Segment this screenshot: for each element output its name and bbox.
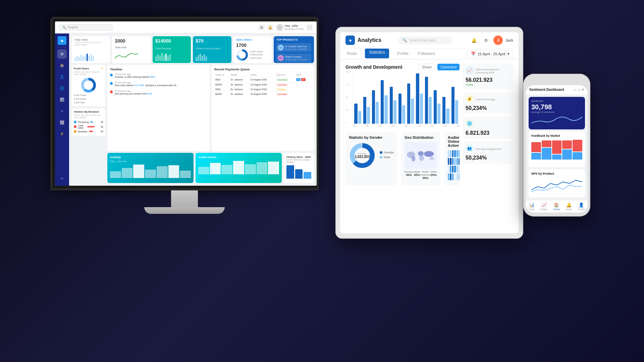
fb-bar-red-3 <box>552 140 562 154</box>
photoshop-bar-bg <box>90 121 95 123</box>
monitor-stand-base <box>144 207 225 214</box>
stat-icon-3: 🌐 <box>466 119 474 127</box>
fb-bar-blue-3 <box>552 155 562 160</box>
geo-title: Geo Distribution <box>405 135 437 139</box>
x-label-1: 1k <box>353 124 356 127</box>
scene: 🔍 Search ⊞ 🔔 J Hey, Jafar Business Profi… <box>0 0 644 362</box>
fb-bar-blue-4 <box>562 149 572 160</box>
tl-link-2[interactable]: #XF-2356. <box>134 84 145 86</box>
tab-followers[interactable]: Followers <box>417 49 436 60</box>
sidebar-item-list[interactable]: ≡ <box>57 106 67 116</box>
phone-nav-profile[interactable]: 👤 Profile <box>578 202 585 210</box>
browser-item-photoshop: Photoshop 55 <box>74 121 103 123</box>
nps-card: NPS by Product <box>529 169 585 197</box>
tl-time-2: 25 minutes ago <box>115 81 178 84</box>
bar-light-9 <box>429 97 432 124</box>
v-bar-6 <box>206 56 207 61</box>
product-item-2[interactable]: KG Report Created 29 July 2020 - 03:26 P… <box>276 54 311 62</box>
svg-point-15 <box>430 157 434 160</box>
svg-point-13 <box>419 155 424 161</box>
e-bar-4 <box>161 53 163 61</box>
phone-notch <box>547 78 567 82</box>
svg-point-14 <box>412 156 416 162</box>
heat-cell <box>450 150 451 157</box>
sidebar-item-home[interactable]: 🏠 <box>57 61 67 70</box>
phone-minimize-icon[interactable]: — <box>574 88 577 92</box>
sentiment-chart-svg <box>531 113 582 127</box>
tablet-main-area: Growth and Development Share Comment <box>345 64 460 229</box>
hist-bar-2 <box>295 169 303 179</box>
product-item-1[interactable]: DS Dr Sultado Sand You 29 July 2020 - 03… <box>276 43 311 52</box>
growth-section: Growth and Development Share Comment <box>345 64 460 129</box>
profit-share-card: Profit Share ★ Check out each colum for … <box>72 65 105 106</box>
monitor-search[interactable]: 🔍 Search <box>59 24 113 31</box>
tl-link-3[interactable]: $200 <box>147 93 152 95</box>
tablet-search-placeholder: Search top data <box>409 38 435 42</box>
sidebar-item-logout[interactable]: ↩ <box>57 174 67 183</box>
tl-link-1[interactable]: $500. <box>150 76 156 78</box>
tablet-screen: ◈ Analytics 🔍 Search top data 🔔 ⚙ J Jack <box>340 32 519 233</box>
sidebar-item-profile[interactable]: 👤 <box>57 72 67 81</box>
cell-doctor-4: Dr. Jackson <box>230 92 250 97</box>
comment-btn[interactable]: Comment <box>437 64 460 70</box>
illustrator-bar-bg <box>89 131 95 132</box>
tab-statistics[interactable]: Statistics <box>365 49 389 58</box>
illustrator-dot <box>74 130 76 133</box>
status-badge-pending: Pending <box>276 88 286 91</box>
sidebar-item-analytics[interactable]: 📈 <box>57 118 67 127</box>
expand-icon[interactable]: ⊞ <box>259 24 265 31</box>
stat-value-3: 6.821.923 <box>466 130 511 136</box>
tab-posts[interactable]: Posts <box>345 49 358 60</box>
phone-nav-stats[interactable]: 📊 Stats <box>529 202 534 210</box>
y-label-50: 50 <box>345 96 350 99</box>
daily-sales-menu-icon[interactable]: ⋮ <box>104 38 107 42</box>
phone-close-icon[interactable]: ✕ <box>582 88 584 92</box>
phone-nav-profile-label: Profile <box>578 208 585 210</box>
sidebar-item-chart[interactable]: 📊 <box>57 95 67 104</box>
audience-card: Audience Online Active <box>444 132 460 186</box>
bar-light-12 <box>455 100 458 124</box>
bell-icon[interactable]: 🔔 <box>267 24 273 31</box>
growth-title: Growth and Development <box>345 64 402 70</box>
japan-label: Japan <box>413 170 421 173</box>
phone-device: Sentiment Dashboard — □ ✕ Sentiment 30,7… <box>523 74 590 217</box>
phone-nav-charts[interactable]: 📈 Charts <box>540 202 547 210</box>
sidebar-item-bolt[interactable]: ⚡ <box>57 129 67 138</box>
bar-3 <box>78 57 80 61</box>
tablet-bell-icon[interactable]: 🔔 <box>469 36 479 45</box>
stat-card-2: 💰 Last Percentage 50,234% <box>463 92 513 114</box>
nps-title: NPS by Product <box>531 172 582 175</box>
timeline-item-1: 19 minutes ago Youtube, a video-sharing … <box>110 73 207 79</box>
phone-maximize-icon[interactable]: □ <box>578 88 580 92</box>
donut-center-label: Female 1,021,923 <box>355 153 370 159</box>
share-btn[interactable]: Share <box>419 64 435 70</box>
phone-nav-alerts[interactable]: 🔔 Alerts <box>566 202 572 210</box>
payments-title: Recent Payments Queue <box>214 68 311 71</box>
timeline-card: Timeline 19 minutes ago Youtube, a video… <box>107 65 210 151</box>
phone-nav-charts-label: Charts <box>540 208 547 210</box>
au-bar-7 <box>268 162 279 174</box>
heat-cell <box>448 150 449 157</box>
sales-donut-chart <box>236 49 248 61</box>
e-bar-5 <box>163 55 165 61</box>
grid-icon[interactable]: ⋮⋮ <box>307 24 313 31</box>
edit-btn-1[interactable]: ✎ <box>296 78 301 81</box>
heat-cell <box>457 150 458 157</box>
tab-profile[interactable]: Profile <box>396 49 410 60</box>
sidebar-item-settings[interactable]: ⚙ <box>57 49 67 59</box>
illustrator-label: Illustrator <box>78 130 88 133</box>
bar-light-8 <box>420 94 423 124</box>
views-value: $70 <box>196 38 228 44</box>
y-axis-labels: 100 75 50 25 0 <box>345 70 351 124</box>
date-filter[interactable]: 📅 15 April - 25 April ▾ <box>467 50 513 58</box>
stats-row: Daily Sales Check out each colum for mor… <box>72 36 314 63</box>
sidebar-item-globe[interactable]: 🌐 <box>57 83 67 93</box>
delete-btn-1[interactable]: ✕ <box>301 78 306 81</box>
browser-item-illustrator: Illustrator 65 <box>74 130 103 133</box>
tablet-settings-icon[interactable]: ⚙ <box>481 36 491 45</box>
tablet-search[interactable]: 🔍 Search top data <box>398 37 452 44</box>
cell-doctor-2: Dr. Jackson <box>230 82 250 87</box>
phone-nav-home[interactable]: 🏠 Home <box>553 202 560 210</box>
total-earning-bars <box>155 53 188 61</box>
profit-title: Profit Share <box>74 67 89 70</box>
